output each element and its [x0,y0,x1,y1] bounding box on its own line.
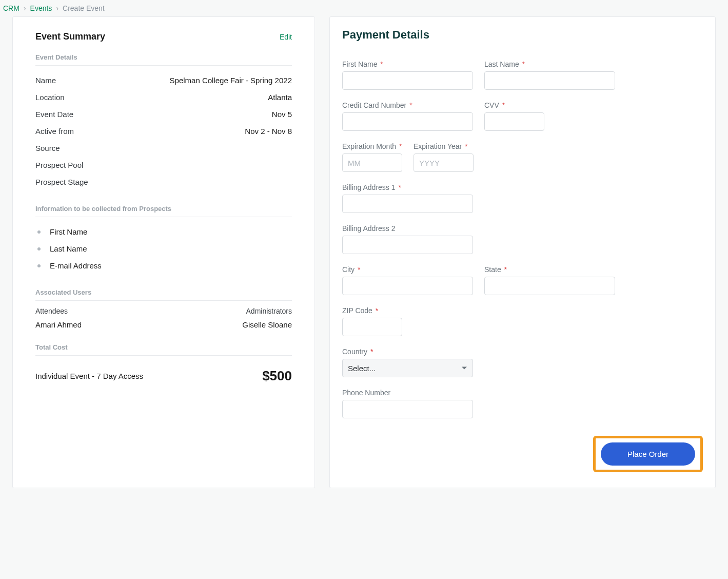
place-order-button[interactable]: Place Order [601,442,695,466]
prospect-info-label: Information to be collected from Prospec… [35,205,292,217]
phone-label: Phone Number [342,389,473,397]
attendees-value: Amari Ahmed [35,320,82,329]
cc-number-input[interactable] [342,112,473,131]
event-detail-val: Nov 5 [272,110,292,119]
event-summary-card: Event Summary Edit Event Details Name Sp… [12,16,315,488]
event-detail-row: Event Date Nov 5 [35,106,292,123]
city-label: City * [342,265,473,274]
prospect-field-item: First Name [35,223,292,240]
cvv-label: CVV * [484,101,544,109]
cvv-input[interactable] [484,112,544,131]
administrators-head: Administrators [242,307,292,315]
payment-details-card: Payment Details First Name * Last Name *… [329,16,716,488]
event-detail-key: Event Date [35,110,73,119]
breadcrumb: CRM › Events › Create Event [0,0,728,16]
event-detail-val: Nov 2 - Nov 8 [245,127,292,136]
last-name-label: Last Name * [484,60,615,68]
event-detail-key: Location [35,93,65,102]
bullet-icon [37,264,41,267]
event-detail-key: Prospect Pool [35,161,83,169]
exp-month-label: Expiration Month * [342,142,402,150]
event-detail-key: Source [35,144,60,152]
associated-users-label: Associated Users [35,288,292,301]
exp-year-input[interactable] [414,153,474,172]
bullet-icon [37,247,41,250]
cost-line-text: Individual Event - 7 Day Access [35,372,143,380]
billing-addr2-label: Billing Address 2 [342,224,473,233]
place-order-highlight: Place Order [593,436,703,472]
cost-amount: $500 [262,368,292,384]
last-name-input[interactable] [484,71,615,90]
prospect-field-item: Last Name [35,240,292,257]
prospect-field-item: E-mail Address [35,257,292,274]
event-detail-row: Source [35,140,292,157]
total-cost-label: Total Cost [35,343,292,356]
city-input[interactable] [342,277,473,295]
breadcrumb-crm[interactable]: CRM [3,4,19,12]
administrators-value: Giselle Sloane [242,320,292,329]
exp-year-label: Expiration Year * [414,142,474,150]
event-detail-key: Prospect Stage [35,178,88,186]
edit-link[interactable]: Edit [280,33,292,41]
event-detail-key: Active from [35,127,74,136]
event-detail-row: Location Atlanta [35,89,292,106]
event-detail-row: Name Spelman College Fair - Spring 2022 [35,72,292,89]
prospect-field-text: First Name [50,227,87,236]
billing-addr2-input[interactable] [342,236,473,254]
first-name-label: First Name * [342,60,473,68]
country-label: Country * [342,348,473,356]
first-name-input[interactable] [342,71,473,90]
event-detail-row: Active from Nov 2 - Nov 8 [35,123,292,140]
exp-month-input[interactable] [342,153,402,172]
breadcrumb-events[interactable]: Events [30,4,52,12]
prospect-field-text: Last Name [50,244,87,253]
bullet-icon [37,230,41,234]
prospect-field-text: E-mail Address [50,261,102,270]
event-details-label: Event Details [35,53,292,66]
chevron-right-icon: › [56,4,58,12]
event-detail-key: Name [35,76,56,85]
event-detail-val: Spelman College Fair - Spring 2022 [170,76,292,85]
billing-addr1-input[interactable] [342,195,473,213]
state-input[interactable] [484,277,615,295]
billing-addr1-label: Billing Address 1 * [342,183,473,191]
state-label: State * [484,265,615,274]
event-summary-title: Event Summary [35,31,105,42]
attendees-head: Attendees [35,307,82,315]
chevron-right-icon: › [24,4,26,12]
zip-input[interactable] [342,318,402,336]
event-detail-row: Prospect Stage [35,173,292,190]
country-select[interactable]: Select... [342,359,473,377]
payment-details-title: Payment Details [342,28,703,42]
event-detail-row: Prospect Pool [35,157,292,173]
cc-number-label: Credit Card Number * [342,101,473,109]
zip-label: ZIP Code * [342,306,402,315]
breadcrumb-current: Create Event [63,4,105,12]
phone-input[interactable] [342,400,473,418]
event-detail-val: Atlanta [268,93,292,102]
